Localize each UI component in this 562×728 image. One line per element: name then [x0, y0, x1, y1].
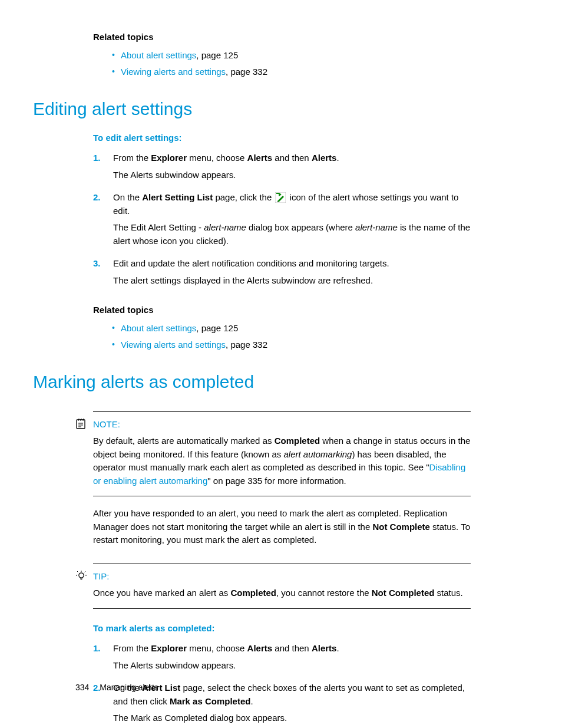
page-number: 334 — [75, 683, 89, 692]
related-topics-item: • About alert settings, page 125 — [93, 49, 471, 62]
page-ref: , page 332 — [226, 340, 267, 350]
page-ref: , page 332 — [226, 67, 267, 77]
related-topics-item: • Viewing alerts and settings, page 332 — [93, 65, 471, 79]
chapter-title: Managing alerts — [100, 683, 158, 692]
related-topics-block-2: Related topics • About alert settings, p… — [75, 304, 471, 352]
note-callout: NOTE: By default, alerts are automatical… — [93, 411, 471, 497]
link-about-alert-settings[interactable]: About alert settings — [121, 50, 196, 60]
note-text: By default, alerts are automatically mar… — [93, 434, 471, 487]
step-text: On the Alert Setting List page, click th… — [113, 191, 471, 218]
step-text: From the Explorer menu, choose Alerts an… — [113, 151, 471, 165]
tip-label: TIP: — [93, 570, 471, 584]
step-1: 1. From the Explorer menu, choose Alerts… — [93, 642, 471, 676]
step-result: The alert settings displayed in the Aler… — [113, 274, 471, 288]
step-number: 2. — [93, 191, 113, 205]
heading-editing-alert-settings: Editing alert settings — [33, 95, 471, 122]
paragraph: After you have responded to an alert, yo… — [93, 507, 471, 547]
step-text: From the Explorer menu, choose Alerts an… — [113, 642, 471, 655]
page-footer: 334 Managing alerts — [75, 681, 158, 694]
bullet-icon: • — [112, 49, 115, 61]
page-ref: , page 125 — [196, 323, 238, 333]
step-result: The Edit Alert Setting - alert-name dial… — [113, 221, 471, 248]
related-topics-item: • About alert settings, page 125 — [93, 322, 471, 335]
related-topics-block-1: Related topics • About alert settings, p… — [75, 31, 471, 79]
step-result: The Alerts subwindow appears. — [113, 659, 471, 673]
link-about-alert-settings[interactable]: About alert settings — [121, 323, 196, 333]
related-topics-heading: Related topics — [93, 31, 471, 44]
related-topics-item: • Viewing alerts and settings, page 332 — [93, 338, 471, 352]
link-viewing-alerts-settings[interactable]: Viewing alerts and settings — [121, 67, 226, 77]
step-3: 3. Edit and update the alert notificatio… — [93, 257, 471, 291]
step-2: 2. On the Alert Setting List page, click… — [93, 191, 471, 251]
bullet-icon: • — [112, 322, 115, 334]
svg-rect-1 — [77, 420, 85, 429]
note-label: NOTE: — [93, 418, 471, 431]
step-text: On the Alert List page, select the check… — [113, 681, 471, 708]
svg-point-2 — [79, 572, 84, 577]
section-marking-body: NOTE: By default, alerts are automatical… — [75, 411, 471, 729]
step-result: The Mark as Completed dialog box appears… — [113, 711, 471, 725]
tip-icon — [75, 570, 87, 582]
tip-callout: TIP: Once you have marked an alert as Co… — [93, 564, 471, 609]
link-viewing-alerts-settings[interactable]: Viewing alerts and settings — [121, 340, 226, 350]
step-result: The Alerts subwindow appears. — [113, 169, 471, 182]
bullet-icon: • — [112, 65, 115, 78]
procedure-edit-alert-settings: To edit alert settings: 1. From the Expl… — [75, 131, 471, 291]
edit-icon — [275, 192, 286, 203]
note-icon — [75, 418, 87, 430]
procedure-heading: To edit alert settings: — [93, 131, 471, 145]
page-ref: , page 125 — [196, 50, 238, 60]
step-number: 3. — [93, 257, 113, 271]
bullet-icon: • — [112, 338, 115, 351]
step-text: Edit and update the alert notification c… — [113, 257, 471, 271]
step-number: 1. — [93, 642, 113, 655]
procedure-heading: To mark alerts as completed: — [93, 622, 471, 635]
heading-marking-alerts-completed: Marking alerts as completed — [33, 368, 471, 395]
step-1: 1. From the Explorer menu, choose Alerts… — [93, 151, 471, 185]
related-topics-heading: Related topics — [93, 304, 471, 317]
tip-text: Once you have marked an alert as Complet… — [93, 587, 471, 600]
step-number: 1. — [93, 151, 113, 165]
